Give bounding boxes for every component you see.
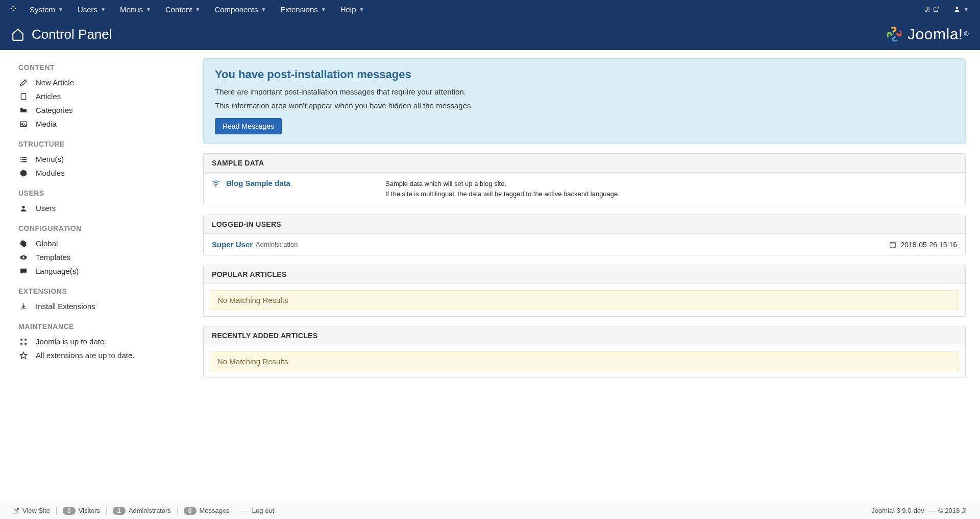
menu-menus[interactable]: Menus▼: [113, 0, 158, 18]
panel-popular-articles: POPULAR ARTICLES No Matching Results: [203, 265, 966, 317]
joomla-logo-icon: [885, 25, 903, 43]
svg-rect-8: [20, 161, 21, 162]
svg-rect-9: [22, 161, 27, 162]
menu-users[interactable]: Users▼: [70, 0, 113, 18]
messages-count[interactable]: 0Messages: [179, 507, 235, 515]
caret-down-icon: ▼: [101, 7, 106, 12]
svg-rect-19: [890, 242, 896, 247]
svg-point-17: [24, 343, 27, 345]
sidebar-item-extensions-update[interactable]: All extensions are up to date.: [18, 348, 203, 362]
top-nav: System▼ Users▼ Menus▼ Content▼ Component…: [0, 0, 980, 18]
panel-title: SAMPLE DATA: [204, 154, 965, 173]
logged-user-link[interactable]: Super User: [212, 240, 253, 249]
download-icon: [18, 302, 29, 311]
panel-logged-in-users: LOGGED-IN USERS Super User Administratio…: [203, 215, 966, 255]
star-icon: [18, 351, 29, 360]
joomla-logo: Joomla!®: [885, 25, 969, 43]
frontend-link[interactable]: J!: [917, 0, 946, 18]
folder-icon: [18, 106, 29, 114]
external-link-icon: [933, 6, 939, 12]
sidebar-section-content: CONTENT: [18, 63, 203, 72]
sidebar-section-extensions: EXTENSIONS: [18, 287, 203, 295]
separator: [56, 507, 57, 515]
sidebar-item-categories[interactable]: Categories: [18, 103, 203, 117]
panel-title: POPULAR ARTICLES: [204, 265, 965, 284]
sidebar-item-languages[interactable]: Language(s): [18, 264, 203, 278]
menu-system[interactable]: System▼: [22, 0, 70, 18]
image-icon: [18, 120, 29, 128]
sidebar: CONTENT New Article Articles Categories …: [0, 50, 203, 502]
joomla-icon: [18, 338, 29, 346]
pencil-icon: [18, 79, 29, 87]
sidebar-item-joomla-update[interactable]: Joomla is up to date.: [18, 335, 203, 348]
caret-down-icon: ▼: [195, 7, 200, 12]
file-icon: [18, 92, 29, 101]
sidebar-item-articles[interactable]: Articles: [18, 89, 203, 103]
svg-point-13: [22, 256, 24, 258]
panel-sample-data: SAMPLE DATA Blog Sample data Sample data…: [203, 153, 966, 205]
page-header: Control Panel Joomla!®: [0, 18, 980, 50]
main-content: You have post-installation messages Ther…: [203, 50, 980, 502]
svg-rect-7: [22, 159, 27, 160]
logged-user-location: Administration: [256, 241, 298, 248]
wifi-icon: [212, 179, 220, 187]
svg-rect-6: [20, 159, 21, 160]
blog-sample-data-link[interactable]: Blog Sample data: [226, 179, 290, 187]
caret-down-icon: ▼: [359, 7, 364, 12]
menu-extensions[interactable]: Extensions▼: [273, 0, 333, 18]
separator: [177, 507, 178, 515]
svg-point-18: [215, 185, 216, 186]
separator: [236, 507, 236, 515]
post-install-alert: You have post-installation messages Ther…: [203, 58, 966, 144]
view-site-link[interactable]: View Site: [8, 507, 55, 514]
logged-user-date: 2018-05-26 15:16: [900, 241, 957, 249]
menu-components[interactable]: Components▼: [207, 0, 273, 18]
menu-content[interactable]: Content▼: [158, 0, 207, 18]
visitors-count[interactable]: 0Visitors: [58, 507, 105, 515]
panel-title: RECENTLY ADDED ARTICLES: [204, 326, 965, 345]
alert-title: You have post-installation messages: [215, 68, 954, 81]
sidebar-item-menus[interactable]: Menu(s): [18, 152, 203, 166]
svg-rect-5: [22, 157, 27, 158]
svg-rect-1: [21, 93, 26, 100]
gear-icon: [18, 240, 29, 248]
svg-point-14: [20, 339, 22, 341]
svg-point-15: [24, 339, 27, 341]
sidebar-item-global[interactable]: Global: [18, 237, 203, 250]
user-menu[interactable]: ▼: [946, 0, 976, 18]
joomla-brand-icon[interactable]: [8, 4, 18, 14]
svg-rect-4: [20, 157, 21, 158]
recent-empty-message: No Matching Results: [210, 351, 959, 371]
read-messages-button[interactable]: Read Messages: [215, 118, 282, 134]
sidebar-section-users: USERS: [18, 189, 203, 197]
sidebar-item-templates[interactable]: Templates: [18, 250, 203, 264]
separator: [106, 507, 107, 515]
sample-data-desc: Sample data which will set up a blog sit…: [385, 179, 620, 199]
list-icon: [18, 155, 29, 163]
sidebar-item-modules[interactable]: Modules: [18, 166, 203, 180]
user-icon: [953, 6, 961, 13]
comment-icon: [18, 267, 29, 275]
panel-recent-articles: RECENTLY ADDED ARTICLES No Matching Resu…: [203, 326, 966, 378]
logged-user-row: Super User Administration 2018-05-26 15:…: [204, 234, 965, 255]
sidebar-item-install-extensions[interactable]: Install Extensions: [18, 299, 203, 313]
sidebar-item-media[interactable]: Media: [18, 117, 203, 131]
menu-help[interactable]: Help▼: [333, 0, 372, 18]
caret-down-icon: ▼: [321, 7, 326, 12]
cube-icon: [18, 169, 29, 177]
sidebar-item-users[interactable]: Users: [18, 201, 203, 215]
caret-down-icon: ▼: [146, 7, 151, 12]
alert-line1: There are important post-installation me…: [215, 87, 954, 96]
svg-point-0: [956, 7, 959, 9]
caret-down-icon: ▼: [964, 7, 969, 12]
home-icon: [11, 28, 24, 41]
sidebar-section-configuration: CONFIGURATION: [18, 224, 203, 232]
admins-count[interactable]: 1Administrators: [108, 507, 176, 515]
popular-empty-message: No Matching Results: [210, 290, 959, 310]
sample-data-row: Blog Sample data Sample data which will …: [204, 173, 965, 205]
top-nav-right: J! ▼: [917, 0, 976, 18]
sidebar-section-structure: STRUCTURE: [18, 140, 203, 148]
sidebar-item-new-article[interactable]: New Article: [18, 76, 203, 89]
logout-link[interactable]: —Log out: [237, 507, 279, 514]
status-bar: View Site 0Visitors 1Administrators 0Mes…: [0, 502, 980, 519]
